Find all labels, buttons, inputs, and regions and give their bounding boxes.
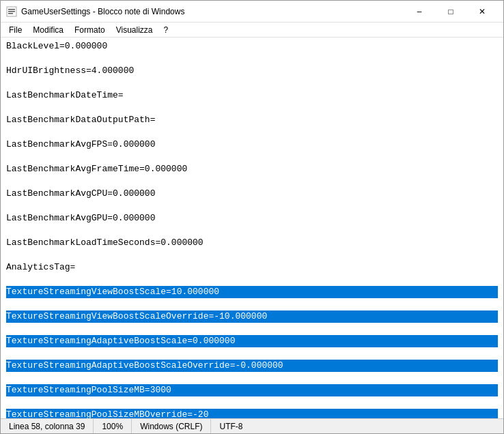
window-controls: – □ ✕ bbox=[404, 1, 498, 23]
window-title: GameUserSettings - Blocco note di Window… bbox=[21, 7, 404, 16]
text-line: LastBenchmarkAvgCPU=0.000000 bbox=[6, 188, 498, 200]
text-line: TextureStreamingViewBoostScale=10.000000 bbox=[6, 286, 498, 298]
text-line: HdrUIBrightness=4.000000 bbox=[6, 65, 498, 77]
encoding: UTF-8 bbox=[211, 419, 251, 433]
zoom-level: 100% bbox=[94, 419, 132, 433]
svg-rect-2 bbox=[8, 11, 15, 12]
app-icon bbox=[6, 6, 17, 17]
close-button[interactable]: ✕ bbox=[466, 1, 498, 23]
text-line: LastBenchmarkAvgFrameTime=0.000000 bbox=[6, 163, 498, 175]
menu-item-visualizza[interactable]: Visualizza bbox=[111, 24, 158, 36]
text-line: TextureStreamingPoolSizeMBOverride=-20 bbox=[6, 409, 498, 418]
text-line: LastBenchmarkAvgFPS=0.000000 bbox=[6, 139, 498, 151]
text-line: TextureStreamingAdaptiveBoostScale=0.000… bbox=[6, 335, 498, 347]
minimize-button[interactable]: – bbox=[404, 1, 435, 23]
menu-item-modifica[interactable]: Modifica bbox=[27, 24, 69, 36]
line-ending: Windows (CRLF) bbox=[132, 419, 211, 433]
svg-rect-1 bbox=[8, 9, 15, 10]
editor-area: BlackLevel=0.000000 HdrUIBrightness=4.00… bbox=[1, 38, 503, 418]
text-line: LastBenchmarkDateTime= bbox=[6, 89, 498, 102]
cursor-position: Linea 58, colonna 39 bbox=[1, 419, 94, 433]
menu-item-?[interactable]: ? bbox=[158, 24, 174, 36]
svg-rect-3 bbox=[8, 13, 13, 14]
text-line: TextureStreamingViewBoostScaleOverride=-… bbox=[6, 310, 498, 323]
status-bar: Linea 58, colonna 39 100% Windows (CRLF)… bbox=[1, 418, 503, 433]
menu-bar: FileModificaFormatoVisualizza? bbox=[1, 23, 503, 38]
text-line: LastBenchmarkLoadTimeSeconds=0.000000 bbox=[6, 237, 498, 249]
text-line: BlackLevel=0.000000 bbox=[6, 40, 498, 53]
text-editor[interactable]: BlackLevel=0.000000 HdrUIBrightness=4.00… bbox=[1, 38, 503, 418]
menu-item-file[interactable]: File bbox=[3, 24, 27, 36]
maximize-button[interactable]: □ bbox=[435, 1, 466, 23]
menu-item-formato[interactable]: Formato bbox=[69, 24, 111, 36]
text-line: TextureStreamingPoolSizeMB=3000 bbox=[6, 384, 498, 396]
title-bar: GameUserSettings - Blocco note di Window… bbox=[1, 1, 503, 23]
text-line: TextureStreamingAdaptiveBoostScaleOverri… bbox=[6, 360, 498, 372]
text-line: LastBenchmarkAvgGPU=0.000000 bbox=[6, 212, 498, 225]
window: GameUserSettings - Blocco note di Window… bbox=[0, 0, 504, 434]
text-line: AnalyticsTag= bbox=[6, 261, 498, 274]
text-line: LastBenchmarkDataOutputPath= bbox=[6, 114, 498, 126]
